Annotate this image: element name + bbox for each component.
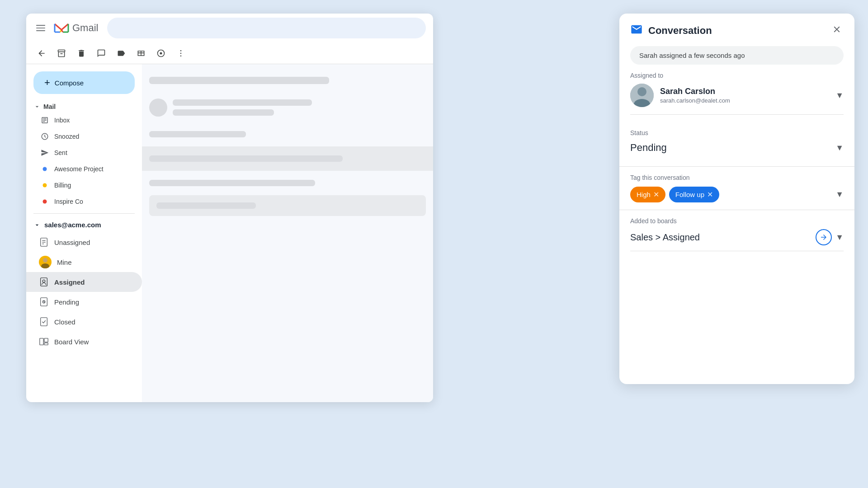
gmail-window: Gmail + (26, 14, 433, 402)
panel-header: Conversation (619, 14, 854, 46)
assigned-to-section: Assigned to Sarah Carslon sarah.carlson@… (619, 72, 854, 122)
snoozed-label: Snoozed (54, 133, 79, 140)
tag-followup-close[interactable]: ✕ (707, 190, 713, 199)
skeleton-lines (173, 99, 426, 116)
svg-rect-35 (44, 343, 48, 345)
svg-line-31 (44, 302, 45, 303)
sidebar-item-inbox[interactable]: Inbox (26, 112, 142, 128)
awesome-project-label: Awesome Project (54, 165, 104, 173)
boards-row: Sales > Assigned ▼ (630, 229, 844, 251)
assigned-name: Sarah Carslon (660, 87, 829, 96)
sidebar-item-snoozed[interactable]: Snoozed (26, 128, 142, 145)
svg-rect-26 (41, 278, 47, 286)
skeleton-line-d (149, 155, 343, 162)
skeleton-row-2 (142, 93, 433, 122)
archive-button[interactable] (53, 45, 70, 61)
sidebar-item-pending[interactable]: Pending (26, 292, 142, 312)
svg-point-27 (42, 280, 45, 282)
pending-label: Pending (54, 298, 79, 306)
compose-label: Compose (55, 79, 84, 87)
banner-text: Sarah assigned a few seconds ago (639, 52, 745, 59)
skeleton-line-b (173, 109, 274, 116)
svg-rect-2 (36, 30, 45, 31)
tags-dropdown-arrow[interactable]: ▼ (835, 190, 844, 199)
tag-high-label: High (637, 191, 651, 198)
sidebar-item-awesome-project[interactable]: Awesome Project (26, 161, 142, 177)
svg-rect-34 (44, 338, 48, 342)
sidebar-item-closed[interactable]: Closed (26, 312, 142, 332)
more-button[interactable] (173, 45, 189, 61)
compose-plus-icon: + (44, 77, 50, 89)
panel-title: Conversation (630, 23, 712, 38)
skeleton-line-f (156, 202, 256, 209)
sidebar-divider (33, 213, 135, 214)
move-button[interactable] (93, 45, 109, 61)
boards-goto-button[interactable] (816, 229, 832, 245)
boards-label: Added to boards (630, 217, 844, 225)
boards-dropdown-arrow[interactable]: ▼ (835, 233, 844, 242)
app-name: Gmail (72, 22, 98, 34)
tags-label: Tag this conversation (630, 174, 844, 181)
assigned-avatar (630, 84, 654, 107)
mail-section-header[interactable]: Mail (26, 101, 142, 112)
tag-followup-label: Follow up (675, 191, 704, 198)
unassigned-label: Unassigned (54, 239, 90, 246)
mine-label: Mine (57, 258, 72, 266)
svg-point-24 (43, 258, 47, 263)
boards-value: Sales > Assigned (630, 232, 700, 243)
assigned-dropdown-arrow[interactable]: ▼ (835, 91, 844, 100)
tag-high[interactable]: High ✕ (630, 187, 665, 202)
svg-point-18 (43, 183, 47, 188)
svg-point-25 (41, 263, 49, 268)
status-section: Status Pending ▼ (619, 122, 854, 167)
status-dropdown[interactable]: Pending ▼ (630, 140, 844, 159)
search-input[interactable] (107, 18, 426, 38)
sidebar-item-mine[interactable]: Mine (26, 252, 142, 272)
close-button[interactable] (830, 23, 844, 39)
label-button[interactable] (113, 45, 129, 61)
back-button[interactable] (33, 45, 50, 61)
assigned-email: sarah.carlson@dealet.com (660, 97, 829, 104)
skeleton-line-c (149, 131, 246, 137)
sidebar-item-sent[interactable]: Sent (26, 145, 142, 161)
tag-followup[interactable]: Follow up ✕ (669, 187, 719, 202)
skeleton-line (149, 77, 329, 84)
svg-rect-32 (41, 318, 47, 326)
assigned-label: Assigned (54, 278, 85, 286)
gmail-content: + Compose Mail Inbox Snoozed Sent (26, 64, 433, 402)
gmail-toolbar (26, 42, 433, 64)
compose-button[interactable]: + Compose (33, 71, 135, 94)
hamburger-icon[interactable] (33, 21, 48, 35)
status-dropdown-arrow[interactable]: ▼ (835, 143, 844, 153)
conversation-panel: Conversation Sarah assigned a few second… (619, 14, 854, 384)
closed-label: Closed (54, 318, 75, 326)
sidebar-item-billing[interactable]: Billing (26, 177, 142, 193)
skeleton-row-4 (142, 174, 433, 192)
billing-label: Billing (54, 182, 71, 189)
tag-high-close[interactable]: ✕ (653, 190, 659, 199)
svg-point-37 (637, 87, 646, 96)
conversation-title: Conversation (648, 25, 712, 37)
sidebar-item-unassigned[interactable]: Unassigned (26, 232, 142, 252)
svg-point-17 (43, 167, 47, 171)
sales-section-header[interactable]: sales@acme.com (26, 217, 142, 232)
skeleton-block-2 (149, 195, 426, 216)
svg-point-19 (43, 200, 47, 204)
sidebar-item-inspire-co[interactable]: Inspire Co (26, 193, 142, 210)
skeleton-block-1 (142, 146, 433, 171)
delete-button[interactable] (73, 45, 90, 61)
inspire-co-label: Inspire Co (54, 198, 83, 205)
sidebar-item-board-view[interactable]: Board View (26, 332, 142, 352)
split-button[interactable] (133, 45, 149, 61)
tags-section: Tag this conversation High ✕ Follow up ✕… (619, 167, 854, 210)
status-value: Pending (630, 142, 667, 154)
tags-row: High ✕ Follow up ✕ ▼ (630, 187, 844, 202)
sidebar: + Compose Mail Inbox Snoozed Sent (26, 64, 142, 402)
mine-avatar (39, 256, 52, 268)
sidebar-item-assigned[interactable]: Assigned (26, 272, 142, 292)
skeleton-avatar (149, 99, 167, 117)
gmail-header: Gmail (26, 14, 433, 42)
mail-section-label: Mail (43, 103, 56, 110)
circle-button[interactable] (153, 45, 169, 61)
assigned-user: Sarah Carslon sarah.carlson@dealet.com ▼ (630, 84, 844, 115)
